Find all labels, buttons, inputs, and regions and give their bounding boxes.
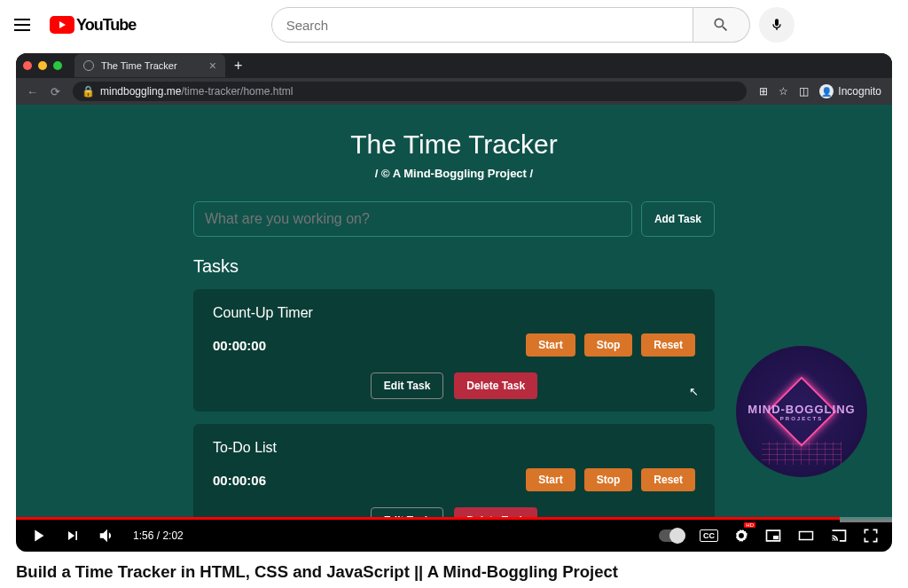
microphone-icon [770,18,784,32]
stop-button[interactable]: Stop [584,333,633,357]
menu-icon[interactable] [14,14,35,35]
watermark-line1: MIND-BOGGLING [748,403,855,416]
task-input[interactable] [193,201,632,237]
task-card: To-Do List 00:00:06 Start Stop Reset Edi… [193,424,715,520]
start-button[interactable]: Start [526,333,575,357]
address-bar[interactable]: 🔒 mindboggling.me/time-tracker/home.html [73,82,747,101]
search-icon [712,16,730,34]
task-name: Count-Up Timer [213,305,695,321]
cast-button[interactable] [830,527,848,545]
play-button[interactable] [28,526,48,545]
time-display: 1:56 / 2:02 [133,529,184,542]
youtube-header: YouTube [0,0,908,50]
add-task-button[interactable]: Add Task [641,201,715,237]
next-button[interactable] [64,527,82,545]
browser-tab-bar: The Time Tracker × + [16,53,892,78]
channel-watermark[interactable]: MIND-BOGGLING PROJECTS [736,346,867,477]
browser-tab[interactable]: The Time Tracker × [74,54,225,77]
fullscreen-button[interactable] [862,527,880,545]
reload-icon[interactable]: ⟳ [51,85,60,98]
url-domain: mindboggling.me [100,85,181,98]
tasks-heading: Tasks [193,256,715,277]
task-time: 00:00:00 [213,338,266,353]
video-player: The Time Tracker × + ← ⟳ 🔒 mindboggling.… [16,53,892,552]
incognito-icon: 👤 [819,84,834,98]
close-tab-icon[interactable]: × [209,59,216,73]
delete-task-button[interactable]: Delete Task [454,372,537,399]
volume-button[interactable] [98,526,117,545]
bookmark-icon[interactable]: ☆ [779,85,788,98]
task-card: Count-Up Timer 00:00:00 Start Stop Reset… [193,289,715,412]
theater-button[interactable] [796,528,816,544]
voice-search-button[interactable] [759,7,794,43]
youtube-play-icon [50,16,74,34]
video-title: Build a Time Tracker in HTML, CSS and Ja… [16,562,892,582]
search-input[interactable] [271,7,693,43]
captions-button[interactable]: CC [700,529,718,542]
globe-icon [83,60,94,71]
lock-icon: 🔒 [82,85,95,98]
close-window-icon[interactable] [23,61,32,70]
youtube-brand-text: YouTube [76,16,136,35]
translate-icon[interactable]: ⊞ [759,85,768,98]
autoplay-toggle[interactable] [659,529,685,542]
extensions-icon[interactable]: ◫ [799,85,809,98]
new-tab-button[interactable]: + [234,58,242,74]
settings-button[interactable] [732,527,750,545]
watermark-line2: PROJECTS [748,416,855,421]
app-content: The Time Tracker / © A Mind-Boggling Pro… [16,105,892,520]
minimize-window-icon[interactable] [38,61,47,70]
url-path: /time-tracker/home.html [181,85,293,98]
video-controls: 1:56 / 2:02 CC [16,520,892,552]
reset-button[interactable]: Reset [641,468,695,491]
task-name: To-Do List [213,440,695,456]
stop-button[interactable]: Stop [584,468,633,491]
edit-task-button[interactable]: Edit Task [371,372,443,399]
app-title: The Time Tracker [16,129,892,160]
start-button[interactable]: Start [526,468,575,491]
miniplayer-button[interactable] [764,527,782,545]
svg-rect-1 [800,532,813,540]
youtube-logo[interactable]: YouTube [50,16,136,35]
back-icon[interactable]: ← [27,85,38,98]
browser-toolbar: ← ⟳ 🔒 mindboggling.me/time-tracker/home.… [16,78,892,105]
app-subtitle: / © A Mind-Boggling Project / [16,167,892,180]
task-time: 00:00:06 [213,473,266,488]
search-button[interactable] [693,7,750,43]
window-controls [23,61,62,70]
incognito-badge: 👤 Incognito [819,84,881,98]
maximize-window-icon[interactable] [53,61,62,70]
reset-button[interactable]: Reset [641,333,695,357]
svg-rect-0 [773,536,779,539]
tab-title: The Time Tracker [101,60,177,71]
